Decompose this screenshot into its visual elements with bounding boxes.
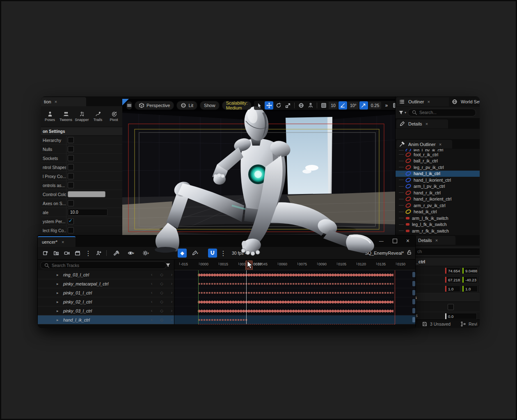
anim-outliner-item[interactable]: hand_r_ik_ctrl (396, 189, 480, 196)
unsaved-status[interactable]: 3 Unsaved (422, 321, 451, 327)
transform-value-box[interactable]: 74.654 (445, 267, 460, 274)
surface-snap-button[interactable] (306, 101, 315, 110)
scale-tool-button[interactable] (284, 101, 292, 110)
fps-dropdown[interactable]: 30 fps ▾ (232, 251, 247, 256)
close-icon[interactable]: × (62, 240, 64, 244)
tool-poses[interactable]: Poses (42, 111, 58, 122)
transform-value-box[interactable]: 9.0488 (462, 267, 478, 274)
tool-trails[interactable]: Trails (90, 111, 106, 122)
transform-value-box[interactable]: -40.23 (462, 276, 478, 283)
setting-checkbox[interactable] (68, 173, 74, 179)
close-icon[interactable]: × (428, 99, 430, 104)
tab-sequencer[interactable]: uencer* × (38, 236, 75, 247)
key-nav-buttons[interactable]: ‹ ◇ › (151, 272, 172, 277)
minimize-icon[interactable]: — (379, 238, 384, 243)
tool-tweens[interactable]: Tweens (58, 111, 74, 122)
control-color-swatch[interactable] (68, 191, 105, 197)
setting-checkbox[interactable] (68, 146, 74, 152)
close-icon[interactable]: × (439, 142, 442, 147)
setting-value-input[interactable]: 10.0 (68, 209, 108, 216)
anim-outliner-item[interactable]: leg_l_fk_ik_switch (396, 221, 480, 228)
move-tool-button[interactable] (265, 101, 273, 110)
anim-outliner-item[interactable]: ball_r_ik_ctrl (396, 158, 480, 164)
track-row-pinky_02_l_ctrl[interactable]: ▸ pinky_02_l_ctrl ‹ ◇ › (38, 297, 174, 306)
add-track-button[interactable] (94, 249, 103, 258)
setting-checkbox[interactable] (68, 227, 74, 233)
filter-chevron-icon[interactable]: ▾ (405, 111, 406, 114)
expand-arrow-icon[interactable]: ▸ (57, 282, 59, 286)
expand-arrow-icon[interactable]: ▸ (57, 300, 59, 304)
anim-outliner-item[interactable]: arm_r_fk_ik_switch (396, 228, 480, 234)
scale-snap-button[interactable] (359, 101, 368, 110)
show-button[interactable]: Show (200, 101, 220, 110)
expand-arrow-icon[interactable]: ▸ (57, 309, 59, 313)
close-icon[interactable]: × (55, 99, 57, 104)
tool-snapper[interactable]: Snapper (74, 111, 90, 122)
track-row-pinky_metacarpal_l_ctrl[interactable]: ▸ pinky_metacarpal_l_ctrl ‹ ◇ › (38, 279, 174, 288)
view-options-button[interactable]: ▾ (124, 249, 137, 258)
anim-outliner-item[interactable]: head_ik_ctrl (396, 209, 480, 215)
track-row-ring_03_l_ctrl[interactable]: ▸ ring_03_l_ctrl ‹ ◇ › (38, 270, 174, 279)
snap-button[interactable] (208, 249, 217, 258)
key-row[interactable] (174, 279, 415, 288)
filter-funnel-icon[interactable] (398, 110, 404, 115)
expand-arrow-icon[interactable]: ▸ (57, 291, 59, 295)
key-nav-buttons[interactable]: ‹ ◇ › (151, 317, 172, 322)
key-row[interactable] (174, 288, 415, 297)
world-local-button[interactable] (297, 101, 305, 110)
revision-control-status[interactable]: Revi (460, 321, 477, 327)
angle-snap-value[interactable]: 10° (348, 102, 359, 109)
track-row-pinky_03_l_ctrl[interactable]: ▸ pinky_03_l_ctrl ‹ ◇ › (38, 306, 174, 315)
toolbar-options-button[interactable]: ⋮ (84, 249, 93, 258)
tab-details[interactable]: Details × (396, 119, 448, 128)
transform-value-box-clipped[interactable] (479, 276, 480, 283)
curve-editor-button[interactable]: ▾ (188, 249, 201, 258)
tab-world-settings[interactable]: World Setting (449, 97, 480, 106)
grid-snap-value[interactable]: 10 (329, 102, 338, 109)
autokey-button[interactable]: ◆ (178, 249, 187, 258)
viewport-menu-button[interactable] (126, 101, 132, 110)
angle-snap-button[interactable] (339, 101, 347, 110)
playback-options-button[interactable]: ▾ (139, 249, 152, 258)
settings-dropdown-button[interactable]: ▾ (110, 249, 123, 258)
key-row[interactable] (174, 306, 415, 315)
anim-outliner-item[interactable]: arm_l_pv_ik_ctrl (396, 183, 480, 190)
transform-value-box[interactable]: 1.0 (462, 285, 478, 292)
key-nav-buttons[interactable]: ‹ ◇ › (151, 299, 172, 304)
anim-outliner-item[interactable]: hand_l_ik_ctrl (396, 171, 480, 177)
create-key-button[interactable] (41, 249, 50, 258)
maximize-icon[interactable] (393, 239, 397, 243)
track-filter-icon[interactable] (165, 262, 171, 268)
scale-snap-value[interactable]: 0.25 (369, 102, 381, 109)
anim-outliner-item[interactable]: arm_l_fk_ik_switch (396, 215, 480, 221)
scalability-button[interactable]: Scalability: Medium (222, 101, 252, 110)
anim-outliner-item[interactable]: arm_r_pv_ik_ctrl (396, 202, 480, 209)
details-checkbox[interactable] (448, 304, 454, 310)
key-row[interactable] (174, 270, 415, 279)
outliner-search-input[interactable]: Search... (408, 109, 476, 116)
tab-outliner[interactable]: Outliner × (396, 97, 452, 106)
browse-sequence-button[interactable] (52, 249, 61, 258)
level-viewport[interactable]: Perspective Lit Show Scalability: Medium (122, 99, 395, 235)
key-nav-buttons[interactable]: ‹ ◇ › (151, 290, 172, 295)
transform-value-box-clipped[interactable] (479, 267, 480, 274)
camera-button[interactable] (62, 249, 71, 258)
perspective-button[interactable]: Perspective (135, 101, 174, 110)
anim-outliner-item[interactable]: leg_r_pv_ik_ctrl (396, 164, 480, 171)
grid-snap-button[interactable] (319, 101, 328, 110)
snap-options-button[interactable]: ⋮ (219, 249, 228, 258)
close-icon[interactable]: × (425, 121, 428, 126)
keyframe-area[interactable] (174, 270, 415, 324)
track-row-pinky_01_l_ctrl[interactable]: ▸ pinky_01_l_ctrl ‹ ◇ › (38, 288, 174, 297)
transform-value-box-clipped[interactable] (479, 285, 480, 292)
sequence-breadcrumb[interactable]: SQ_EnemyReveal* (365, 251, 404, 256)
close-window-icon[interactable]: × (406, 237, 409, 244)
rotate-tool-button[interactable] (274, 101, 283, 110)
render-movie-button[interactable] (73, 249, 82, 258)
select-tool-button[interactable] (255, 101, 264, 110)
transform-value-box[interactable]: 1.0 (445, 285, 460, 292)
setting-checkbox[interactable] (68, 182, 74, 188)
setting-checkbox[interactable] (68, 164, 74, 170)
camera-speed-button[interactable]: » (382, 101, 391, 110)
lit-button[interactable]: Lit (176, 101, 197, 110)
